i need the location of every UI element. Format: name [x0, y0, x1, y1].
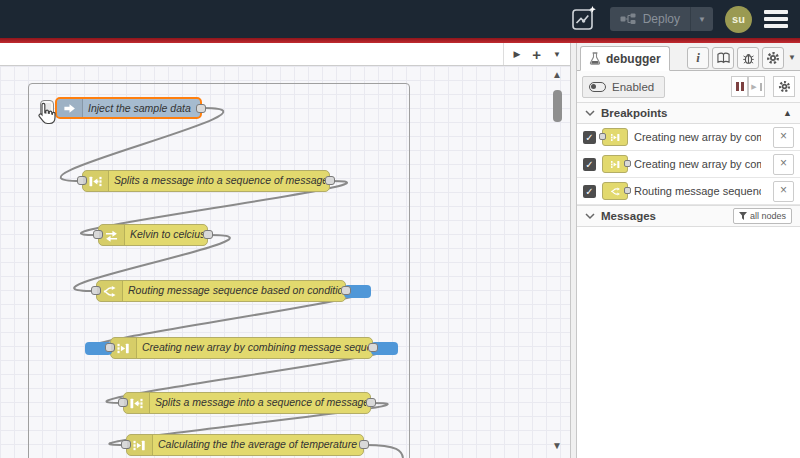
- scroll-to-top-icon[interactable]: ▲: [783, 108, 792, 118]
- node-label: Splits a message into a sequence of mess…: [155, 393, 366, 412]
- deploy-menu-button[interactable]: ▼: [690, 7, 713, 31]
- pause-button[interactable]: [731, 76, 748, 97]
- tab-help[interactable]: [712, 47, 734, 69]
- ai-assistant-button[interactable]: [570, 5, 598, 33]
- change-icon: [99, 225, 125, 245]
- remove-breakpoint-button[interactable]: ×: [773, 127, 794, 148]
- tab-debugger-label: debugger: [606, 52, 661, 66]
- workspace-tabbar: ▶ + ▼: [0, 43, 570, 66]
- tab-config-nodes[interactable]: [762, 47, 784, 69]
- sidebar-resize-handle[interactable]: [570, 43, 577, 458]
- deploy-nodes-icon: [620, 13, 636, 25]
- debugger-panel: Breakpoints ▲ ✓Creating new array by com…: [577, 102, 800, 458]
- inject-icon: [57, 99, 83, 117]
- debugger-enabled-toggle[interactable]: Enabled: [582, 76, 665, 98]
- toggle-icon: [589, 82, 606, 92]
- join-icon: [127, 435, 153, 455]
- switch-icon: [97, 281, 123, 301]
- node-port-out[interactable]: [359, 440, 369, 449]
- node-label: Calculating the the average of temperatu…: [158, 435, 359, 454]
- flow-node-inject-0[interactable]: Inject the sample data: [55, 97, 202, 119]
- breakpoints-section-header[interactable]: Breakpoints ▲: [577, 102, 800, 124]
- gear-icon: [778, 80, 791, 93]
- scroll-tabs-right-button[interactable]: ▶: [513, 49, 520, 59]
- canvas-scrollbar-thumb[interactable]: [553, 90, 562, 122]
- breakpoint-label[interactable]: Creating new array by combining message …: [634, 131, 761, 143]
- add-flow-button[interactable]: +: [532, 47, 541, 62]
- node-label: Inject the sample data: [88, 99, 196, 118]
- flow-node-split-1[interactable]: Splits a message into a sequence of mess…: [82, 170, 330, 192]
- node-port-out[interactable]: [325, 176, 335, 185]
- node-label: Creating new array by combining message …: [142, 338, 368, 357]
- flow-list-button[interactable]: ▼: [553, 50, 561, 59]
- node-port-out[interactable]: [203, 230, 213, 239]
- deploy-button-main: Deploy: [610, 12, 690, 26]
- canvas-scroll-down-icon[interactable]: ▼: [550, 440, 564, 451]
- breakpoint-label[interactable]: Routing message sequence based on condit…: [634, 185, 761, 197]
- enabled-label: Enabled: [612, 81, 654, 93]
- mouse-cursor-icon: [36, 102, 56, 129]
- tab-info[interactable]: i: [687, 47, 709, 69]
- node-label: Kelvin to celcius: [130, 225, 203, 244]
- breakpoint-item-2: ✓Routing message sequence based on condi…: [577, 178, 800, 205]
- node-mini-icon-join: [602, 128, 628, 146]
- funnel-icon: [739, 212, 747, 220]
- main-menu-button[interactable]: [764, 10, 788, 28]
- step-button[interactable]: ▶: [748, 76, 765, 97]
- deploy-button[interactable]: Deploy ▼: [610, 7, 713, 31]
- canvas-scroll-up-icon[interactable]: ▲: [550, 69, 564, 80]
- flow-node-switch-3[interactable]: Routing message sequence based on condit…: [96, 280, 346, 302]
- flow-node-split-5[interactable]: Splits a message into a sequence of mess…: [123, 392, 371, 414]
- remove-breakpoint-button[interactable]: ×: [773, 154, 794, 175]
- debugger-playback-buttons: ▶: [731, 76, 795, 97]
- node-label: Splits a message into a sequence of mess…: [114, 171, 325, 190]
- breakpoints-title: Breakpoints: [601, 107, 667, 119]
- split-icon: [83, 171, 109, 191]
- flask-icon: [589, 52, 601, 65]
- sidebar-menu-button[interactable]: ▼: [788, 53, 796, 62]
- sidebar: debugger i: [577, 43, 800, 458]
- deploy-label: Deploy: [643, 12, 680, 26]
- app: Deploy ▼ su ▶ + ▼ ▲ ▼ Inject the sa: [0, 0, 800, 458]
- step-icon: ▶: [751, 83, 756, 91]
- node-port-out[interactable]: [368, 343, 378, 352]
- node-port-out[interactable]: [366, 398, 376, 407]
- messages-filter-button[interactable]: all nodes: [733, 208, 792, 224]
- remove-breakpoint-button[interactable]: ×: [773, 181, 794, 202]
- workspace: ▶ + ▼ ▲ ▼ Inject the sample dataSplits a…: [0, 43, 570, 458]
- breakpoint-label[interactable]: Creating new array by combining message …: [634, 158, 761, 170]
- node-mini-icon-join: [602, 155, 628, 173]
- messages-section-header[interactable]: Messages all nodes: [577, 205, 800, 227]
- debugger-toolbar: Enabled ▶: [577, 71, 800, 102]
- mini-port-right: [624, 187, 631, 194]
- mini-port-right: [624, 160, 631, 167]
- flow-node-change-2[interactable]: Kelvin to celcius: [98, 224, 208, 246]
- workspace-tab-buttons: ▶ + ▼: [503, 43, 570, 65]
- breakpoint-checkbox[interactable]: ✓: [583, 131, 596, 144]
- messages-filter-label: all nodes: [750, 211, 786, 221]
- breakpoint-checkbox[interactable]: ✓: [583, 185, 596, 198]
- join-icon: [111, 338, 137, 358]
- breakpoint-item-1: ✓Creating new array by combining message…: [577, 151, 800, 178]
- node-port-out[interactable]: [341, 286, 351, 295]
- flow-node-join-6[interactable]: Calculating the the average of temperatu…: [126, 434, 364, 456]
- tab-debugger[interactable]: debugger: [580, 46, 670, 71]
- user-avatar[interactable]: su: [725, 6, 752, 33]
- node-port-out[interactable]: [196, 104, 206, 113]
- breakpoint-item-0: ✓Creating new array by combining message…: [577, 124, 800, 151]
- info-icon: i: [696, 50, 700, 66]
- breakpoint-checkbox[interactable]: ✓: [583, 158, 596, 171]
- flow-canvas[interactable]: ▲ ▼ Inject the sample dataSplits a messa…: [0, 66, 570, 458]
- chevron-down-icon: [585, 212, 595, 220]
- pause-icon: [736, 82, 739, 91]
- split-icon: [124, 393, 150, 413]
- chevron-down-icon: [585, 109, 595, 117]
- tab-debug-messages[interactable]: [737, 47, 759, 69]
- gear-icon: [766, 51, 780, 65]
- header: Deploy ▼ su: [0, 0, 800, 38]
- main-area: ▶ + ▼ ▲ ▼ Inject the sample dataSplits a…: [0, 43, 800, 458]
- mini-port-left: [599, 133, 606, 140]
- flow-node-join-4[interactable]: Creating new array by combining message …: [110, 337, 373, 359]
- debugger-settings-button[interactable]: [773, 76, 795, 97]
- node-mini-icon-switch: [602, 182, 628, 200]
